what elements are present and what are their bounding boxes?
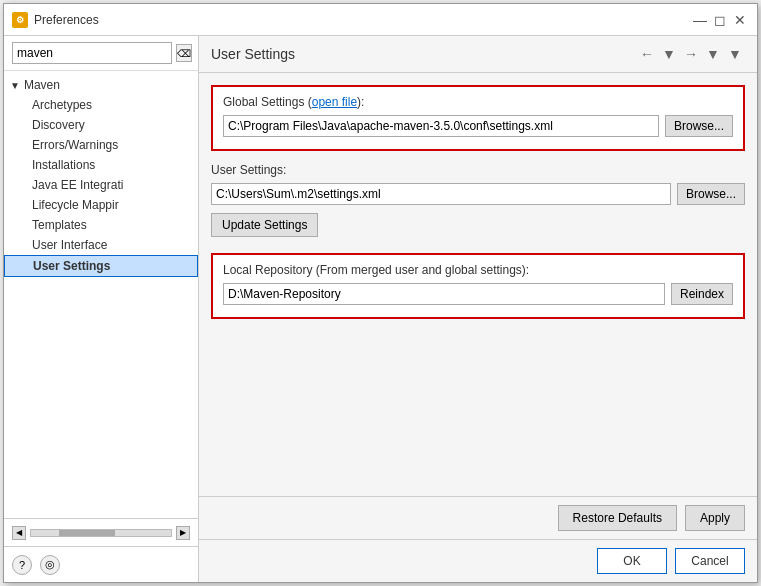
user-settings-section: User Settings: Browse... Update Settings bbox=[211, 163, 745, 237]
tree-item-archetypes[interactable]: Archetypes bbox=[4, 95, 198, 115]
local-repository-group: Local Repository (From merged user and g… bbox=[211, 253, 745, 319]
panel-header: User Settings ← ▼ → ▼ ▼ bbox=[199, 36, 757, 73]
search-input[interactable] bbox=[12, 42, 172, 64]
sidebar-bottom-icons: ? ◎ bbox=[4, 546, 198, 582]
tree-item-errors-warnings[interactable]: Errors/Warnings bbox=[4, 135, 198, 155]
global-settings-group: Global Settings (open file): Browse... bbox=[211, 85, 745, 151]
tree-item-templates[interactable]: Templates bbox=[4, 215, 198, 235]
tree-item-user-settings[interactable]: User Settings bbox=[4, 255, 198, 277]
title-bar: ⚙ Preferences — ◻ ✕ bbox=[4, 4, 757, 36]
local-repository-label: Local Repository (From merged user and g… bbox=[223, 263, 733, 277]
app-icon: ⚙ bbox=[12, 12, 28, 28]
scroll-right-button[interactable]: ▶ bbox=[176, 526, 190, 540]
dialog-footer: OK Cancel bbox=[199, 539, 757, 582]
reindex-button[interactable]: Reindex bbox=[671, 283, 733, 305]
help-button[interactable]: ? bbox=[12, 555, 32, 575]
cancel-button[interactable]: Cancel bbox=[675, 548, 745, 574]
toolbar-back-button[interactable]: ← bbox=[637, 44, 657, 64]
scroll-track[interactable] bbox=[30, 529, 172, 537]
window-controls: — ◻ ✕ bbox=[691, 11, 749, 29]
panel-toolbar: ← ▼ → ▼ ▼ bbox=[637, 44, 745, 64]
user-settings-path-input[interactable] bbox=[211, 183, 671, 205]
close-button[interactable]: ✕ bbox=[731, 11, 749, 29]
apply-button[interactable]: Apply bbox=[685, 505, 745, 531]
update-settings-button[interactable]: Update Settings bbox=[211, 213, 318, 237]
open-file-link[interactable]: open file bbox=[312, 95, 357, 109]
sidebar-scrollbar: ◀ ▶ bbox=[4, 518, 198, 546]
tree-arrow-icon: ▼ bbox=[10, 80, 20, 91]
main-content: ⌫ ▼Maven Archetypes Discovery Errors/War… bbox=[4, 36, 757, 582]
settings-icon-button[interactable]: ◎ bbox=[40, 555, 60, 575]
minimize-button[interactable]: — bbox=[691, 11, 709, 29]
user-settings-input-row: Browse... bbox=[211, 183, 745, 205]
tree-item-lifecycle[interactable]: Lifecycle Mappir bbox=[4, 195, 198, 215]
panel-footer: Restore Defaults Apply bbox=[199, 496, 757, 539]
tree-item-discovery[interactable]: Discovery bbox=[4, 115, 198, 135]
scroll-thumb bbox=[59, 530, 115, 536]
local-repository-path-input[interactable] bbox=[223, 283, 665, 305]
preferences-window: ⚙ Preferences — ◻ ✕ ⌫ ▼Maven Archetypes … bbox=[3, 3, 758, 583]
global-settings-label: Global Settings (open file): bbox=[223, 95, 733, 109]
tree-item-user-interface[interactable]: User Interface bbox=[4, 235, 198, 255]
toolbar-forward-dropdown-button[interactable]: ▼ bbox=[703, 44, 723, 64]
panel-body: Global Settings (open file): Browse... U… bbox=[199, 73, 757, 496]
toolbar-forward-button[interactable]: → bbox=[681, 44, 701, 64]
panel-title: User Settings bbox=[211, 46, 295, 62]
tree-item-maven[interactable]: ▼Maven bbox=[4, 75, 198, 95]
right-panel: User Settings ← ▼ → ▼ ▼ Global Settings … bbox=[199, 36, 757, 582]
search-clear-button[interactable]: ⌫ bbox=[176, 44, 192, 62]
restore-defaults-button[interactable]: Restore Defaults bbox=[558, 505, 677, 531]
user-settings-label: User Settings: bbox=[211, 163, 745, 177]
user-settings-browse-button[interactable]: Browse... bbox=[677, 183, 745, 205]
maximize-button[interactable]: ◻ bbox=[711, 11, 729, 29]
tree-view: ▼Maven Archetypes Discovery Errors/Warni… bbox=[4, 71, 198, 518]
tree-item-java-ee[interactable]: Java EE Integrati bbox=[4, 175, 198, 195]
ok-button[interactable]: OK bbox=[597, 548, 667, 574]
global-settings-browse-button[interactable]: Browse... bbox=[665, 115, 733, 137]
search-bar: ⌫ bbox=[4, 36, 198, 71]
toolbar-more-button[interactable]: ▼ bbox=[725, 44, 745, 64]
sidebar: ⌫ ▼Maven Archetypes Discovery Errors/War… bbox=[4, 36, 199, 582]
toolbar-back-dropdown-button[interactable]: ▼ bbox=[659, 44, 679, 64]
global-settings-input-row: Browse... bbox=[223, 115, 733, 137]
tree-item-installations[interactable]: Installations bbox=[4, 155, 198, 175]
global-settings-path-input[interactable] bbox=[223, 115, 659, 137]
window-title: Preferences bbox=[34, 13, 691, 27]
local-repository-input-row: Reindex bbox=[223, 283, 733, 305]
scroll-left-button[interactable]: ◀ bbox=[12, 526, 26, 540]
